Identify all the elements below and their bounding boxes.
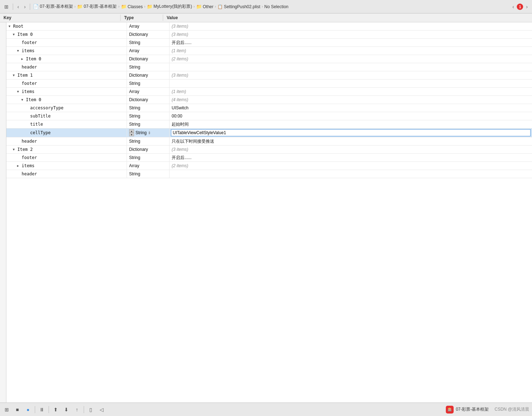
type-decrement-button[interactable]: ▼ [129,133,134,136]
breadcrumb-label-4: MyLottery(我的彩票) [154,4,192,10]
table-row[interactable]: Item 0 Dictionary (4 items) [6,96,532,104]
folder-icon-3: 📁 [121,4,127,9]
type-cell: Dictionary [127,55,170,63]
key-cell: header [6,137,127,145]
next-error-button[interactable]: › [525,3,529,10]
breadcrumb-item-4[interactable]: 📁 MyLottery(我的彩票) [147,4,192,10]
table-row[interactable]: items Array (1 item) [6,88,532,96]
value-cell: UISwitch [170,104,532,112]
table-row[interactable]: Item 0 Dictionary (3 items) [6,31,532,39]
table-row[interactable]: footer String 开启后...... [6,39,532,47]
table-row[interactable]: header String [6,170,532,178]
triangle-icon[interactable] [13,33,16,36]
table-row[interactable]: header String 只在以下时间接受推送 [6,137,532,146]
key-cell: Item 0 [6,96,127,104]
pause-statusbar-icon[interactable]: ⏸ [38,406,46,414]
triangle-icon[interactable] [17,49,21,53]
key-cell: footer [6,80,127,87]
type-label: Dictionary [129,73,148,78]
value-label: 开启后...... [172,155,192,161]
download-statusbar-icon[interactable]: ⬇ [62,406,70,414]
type-label: String [129,105,140,110]
value-label: UISwitch [172,105,188,110]
breadcrumb-sep-2: › [118,5,119,9]
triangle-icon [26,131,29,135]
tree-container[interactable]: Root Array (3 items) Item 0 Dictionary (… [6,22,532,403]
table-row[interactable]: Item 1 Dictionary (3 items) [6,71,532,80]
table-row-editing[interactable]: cellType ▲ ▼ String ⇕ [6,128,532,137]
triangle-icon[interactable] [21,57,25,61]
breadcrumb-item-5[interactable]: 📁 Other [196,4,214,9]
share-statusbar-icon[interactable]: ⬆ [52,406,60,414]
type-cell: String [127,170,170,178]
breadcrumb-item-6[interactable]: 📋 SettingPush02.plist [217,4,260,9]
table-row[interactable]: items Array (1 item) [6,47,532,55]
sidebar-statusbar-icon[interactable]: ▯ [87,406,95,414]
value-label: 起始时间 [172,121,189,127]
back-button[interactable]: ‹ [16,3,21,10]
triangle-icon[interactable] [17,164,21,168]
triangle-icon[interactable] [17,90,21,93]
value-cell: (3 items) [170,22,532,30]
type-stepper[interactable]: ▲ ▼ [129,129,134,136]
type-cell: Array [127,162,170,170]
type-label: Dictionary [129,97,148,102]
forward-button[interactable]: › [23,3,27,10]
triangle-icon [17,82,21,85]
triangle-icon[interactable] [13,148,16,151]
toolbar-divider2 [30,4,30,10]
value-label: (3 items) [172,73,188,78]
type-increment-button[interactable]: ▲ [129,129,134,133]
key-label: items [22,48,34,53]
value-cell [170,63,532,71]
type-label: String [129,40,140,45]
key-cell: items [6,47,127,55]
key-label: header [22,65,37,70]
type-label: String [129,139,140,144]
key-cell: subTitle [6,112,127,120]
error-badge: 1 [517,4,523,10]
prev-error-button[interactable]: ‹ [511,3,516,10]
statusbar-app: 🎰 07-彩票-基本框架 CSDN @清风清晨 [446,406,529,414]
type-label: String [129,171,140,176]
triangle-icon[interactable] [13,73,16,77]
triangle-icon[interactable] [21,98,25,102]
grid-statusbar-icon[interactable]: ⊞ [3,406,11,414]
breadcrumb-sep-3: › [144,5,145,9]
breadcrumb-sep-4: › [193,5,194,9]
send-statusbar-icon[interactable]: ◁ [98,406,105,414]
triangle-icon [26,106,29,110]
table-row[interactable]: footer String 开启后...... [6,154,532,162]
triangle-icon [17,65,21,69]
table-row[interactable]: accessoryType String UISwitch [6,104,532,112]
breadcrumb-item-3[interactable]: 📁 Classes [121,4,143,9]
table-row[interactable]: Item 2 Dictionary (3 items) [6,146,532,154]
table-row[interactable]: title String 起始时间 [6,120,532,128]
table-row[interactable]: Item 0 Dictionary (2 items) [6,55,532,63]
folder-icon-1: 📄 [33,4,39,9]
table-row[interactable]: Root Array (3 items) [6,22,532,31]
type-cell: String [127,154,170,162]
breadcrumb-label-2: 07-彩票-基本框架 [84,4,117,10]
triangle-icon[interactable] [9,24,12,28]
breadcrumb-label-7: No Selection [264,4,288,9]
type-cell: String [127,80,170,87]
breadcrumb-item-1[interactable]: 📄 07-彩票-基本框架 [33,4,73,10]
type-cell: String [127,39,170,46]
circle-statusbar-icon[interactable]: ● [24,406,32,414]
type-label: String [129,81,140,86]
type-cell: String [127,112,170,120]
value-label: 只在以下时间接受推送 [172,138,214,144]
breadcrumb-label-1: 07-彩票-基本框架 [40,4,73,10]
cell-type-edit-input[interactable] [171,129,531,136]
breadcrumb-item-2[interactable]: 📁 07-彩票-基本框架 [77,4,117,10]
value-cell-editing[interactable] [170,129,532,137]
table-row[interactable]: items Array (2 items) [6,162,532,170]
table-row[interactable]: subTitle String 00:00 [6,112,532,120]
up-arrow-statusbar-icon[interactable]: ↑ [73,406,81,414]
value-label: (1 item) [172,48,186,53]
type-label: Array [129,89,139,94]
table-row[interactable]: footer String [6,80,532,88]
square-statusbar-icon[interactable]: ■ [13,406,21,414]
table-row[interactable]: header String [6,63,532,71]
